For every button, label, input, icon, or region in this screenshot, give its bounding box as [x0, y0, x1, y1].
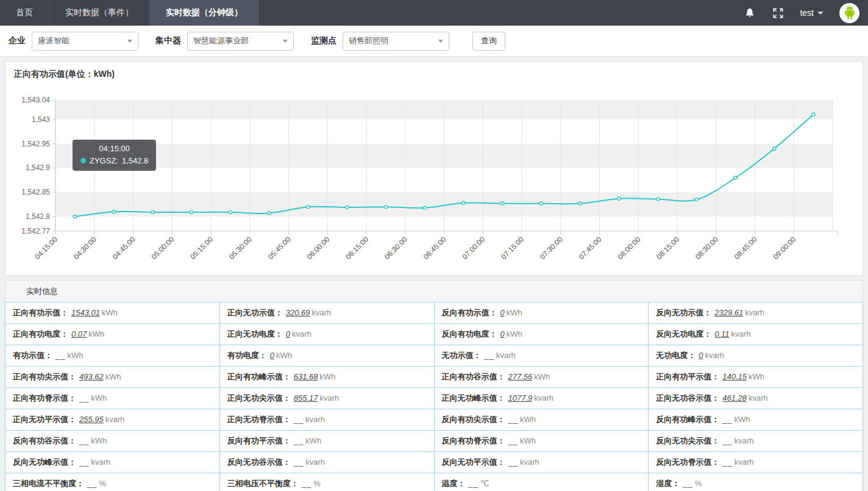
info-value-empty: __ [294, 436, 304, 445]
info-value[interactable]: 493.62 [79, 372, 104, 381]
data-point[interactable] [656, 198, 660, 201]
info-value[interactable]: 461.28 [722, 393, 747, 403]
info-value[interactable]: 0 [699, 351, 703, 360]
data-point[interactable] [73, 215, 76, 218]
info-unit: kvarh [705, 351, 724, 360]
info-cell: 反向无功电度：0.11kvarh [649, 324, 863, 345]
info-unit: kWh [735, 415, 750, 424]
data-point[interactable] [734, 176, 737, 179]
data-point[interactable] [112, 210, 115, 213]
data-point[interactable] [190, 210, 193, 213]
data-point[interactable] [773, 147, 776, 150]
info-unit: % [99, 479, 106, 488]
info-label: 正向无功脊示值： [227, 415, 291, 424]
data-point[interactable] [307, 206, 310, 209]
data-point[interactable] [268, 212, 271, 215]
info-cell: 正向无功脊示值：__kvarh [219, 409, 434, 431]
data-point[interactable] [695, 198, 698, 201]
info-label: 正向无功尖示值： [227, 393, 291, 403]
info-cell: 反向有功峰示值：__kWh [649, 409, 863, 431]
info-value[interactable]: 0 [270, 351, 274, 360]
data-point[interactable] [578, 202, 582, 205]
nav-tab-1[interactable]: 实时数据（事件） [49, 0, 150, 26]
info-cell: 无功示值：__kvarh [434, 345, 649, 367]
info-value[interactable]: 0.07 [71, 329, 87, 339]
data-point[interactable] [501, 202, 504, 205]
info-label: 反向无功平示值： [442, 457, 505, 467]
info-cell: 反向无功谷示值：__kvarh [219, 452, 434, 473]
info-label: 反向无功脊示值： [656, 457, 719, 467]
info-value[interactable]: 255.95 [79, 415, 104, 424]
info-value[interactable]: 277.56 [508, 372, 533, 381]
data-point[interactable] [812, 113, 815, 116]
info-cell: 反向有功平示值：__kWh [219, 431, 434, 452]
info-value[interactable]: 140.15 [722, 372, 747, 381]
filter-select-1[interactable]: 智慧能源事业部 [187, 32, 294, 51]
fullscreen-icon[interactable] [772, 7, 784, 19]
info-value-empty: __ [722, 457, 732, 467]
select-value-1: 智慧能源事业部 [193, 35, 249, 46]
x-tick-label: 06:15:00 [344, 235, 370, 261]
info-label: 正向有功脊示值： [13, 393, 76, 403]
data-point[interactable] [384, 206, 387, 209]
info-unit: kWh [91, 436, 107, 445]
info-value[interactable]: 631.68 [294, 372, 318, 381]
android-avatar-icon[interactable] [839, 3, 859, 23]
filter-field-1: 集中器智慧能源事业部 [155, 32, 294, 51]
info-label: 正向无功谷示值： [656, 393, 719, 403]
info-value[interactable]: 855.17 [294, 393, 318, 403]
info-value[interactable]: 1543.01 [71, 308, 100, 317]
search-button[interactable]: 查询 [472, 32, 505, 51]
info-value[interactable]: 0 [500, 329, 505, 339]
nav-tab-0[interactable]: 首页 [0, 0, 49, 26]
nav-tab-2[interactable]: 实时数据（分钟级） [150, 0, 259, 26]
info-value[interactable]: 1077.9 [508, 393, 533, 403]
info-label: 正向无功电度： [227, 329, 283, 339]
info-cell: 正向无功平示值：255.95kvarh [5, 409, 220, 431]
info-label: 无功示值： [442, 351, 482, 360]
info-label: 正向有功平示值： [656, 372, 719, 381]
info-label: 正向无功示值： [227, 308, 283, 317]
info-row-5: 正向无功平示值：255.95kvarh正向无功脊示值：__kvarh反向有功尖示… [5, 409, 863, 431]
info-cell: 正向有功脊示值：__kWh [5, 388, 220, 409]
info-label: 有功电度： [227, 351, 267, 360]
info-cell: 正向有功平示值：140.15kWh [649, 367, 863, 388]
info-value-empty: __ [55, 351, 65, 360]
info-unit: kWh [67, 351, 83, 360]
data-point[interactable] [229, 210, 232, 213]
data-point[interactable] [617, 197, 621, 200]
info-value[interactable]: 2329.61 [714, 308, 743, 317]
data-point[interactable] [462, 201, 465, 204]
info-value[interactable]: 320.69 [286, 308, 310, 317]
info-cell: 反向有功电度：0kWh [434, 324, 649, 345]
info-value[interactable]: 0 [500, 308, 505, 317]
x-tick-label: 05:00:00 [149, 235, 176, 261]
data-point[interactable] [539, 202, 542, 205]
filter-field-0: 企业康派智能 [9, 32, 138, 51]
filter-select-2[interactable]: 销售部照明 [343, 32, 449, 51]
info-unit: kvarh [305, 457, 325, 467]
info-value-empty: __ [722, 436, 732, 445]
user-menu[interactable]: test [800, 8, 824, 18]
info-cell: 有功电度：0kWh [219, 345, 434, 367]
y-tick-label: 1,542.95 [21, 140, 50, 148]
filter-select-0[interactable]: 康派智能 [32, 32, 138, 51]
x-tick-label: 04:45:00 [111, 235, 137, 261]
info-cell: 正向有功示值：1543.01kWh [5, 303, 220, 324]
data-point[interactable] [423, 206, 426, 209]
info-value-empty: __ [683, 479, 692, 488]
bell-icon[interactable] [744, 7, 756, 19]
user-name: test [800, 8, 814, 18]
line-chart-canvas[interactable]: 1,543.041,5431,542.951,542.91,542.851,54… [5, 88, 863, 274]
data-point[interactable] [346, 206, 349, 209]
filter-label-2: 监测点 [311, 35, 336, 46]
y-tick-label: 1,543 [32, 115, 50, 124]
info-value[interactable]: 0.11 [714, 329, 729, 339]
info-label: 反向有功谷示值： [13, 436, 76, 445]
chart-card: 正向有功示值(单位：kWh) 1,543.041,5431,542.951,54… [5, 61, 863, 276]
info-unit: kvarh [735, 436, 754, 445]
info-cell: 正向有功峰示值：631.68kWh [219, 367, 434, 388]
x-tick-label: 08:00:00 [616, 235, 642, 261]
info-value[interactable]: 0 [286, 329, 290, 339]
data-point[interactable] [151, 210, 154, 213]
